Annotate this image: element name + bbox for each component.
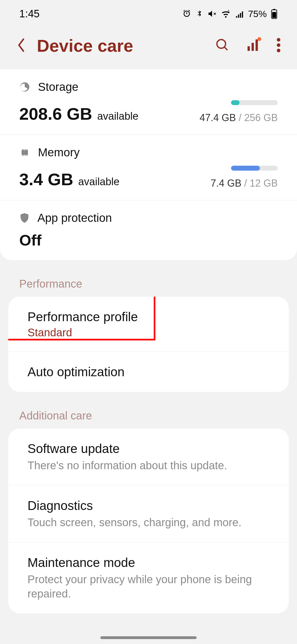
more-options-button[interactable] [277, 38, 280, 53]
section-header-performance: Performance [0, 271, 297, 297]
svg-rect-2 [272, 12, 276, 18]
status-bar: 1:45 6 75% [0, 0, 297, 28]
section-header-additional-care: Additional care [0, 403, 297, 429]
back-button[interactable] [16, 38, 26, 54]
wifi-icon: 6 [221, 9, 231, 18]
software-update-desc: There's no information about this update… [28, 458, 270, 473]
svg-point-9 [277, 38, 280, 42]
signal-chart-button[interactable] [246, 38, 260, 53]
storage-suffix: available [97, 110, 138, 122]
notification-dot-icon [257, 37, 261, 41]
storage-icon [19, 81, 30, 92]
maintenance-mode-title: Maintenance mode [28, 555, 270, 570]
svg-point-10 [277, 43, 280, 47]
alarm-icon [182, 9, 191, 18]
mute-icon [207, 9, 217, 18]
software-update-item[interactable]: Software update There's no information a… [8, 429, 289, 485]
app-protection-row[interactable]: App protection Off [0, 200, 297, 260]
battery-percent: 75% [248, 9, 267, 19]
search-button[interactable] [215, 38, 230, 54]
svg-rect-12 [21, 150, 28, 155]
storage-value: 208.6 GB [19, 104, 92, 124]
bluetooth-icon [195, 9, 204, 18]
highlight-annotation [8, 297, 155, 340]
svg-line-5 [224, 47, 227, 50]
app-header: Device care [0, 28, 297, 69]
memory-icon [19, 147, 30, 158]
storage-usage: 47.4 GB / 256 GB [200, 112, 278, 124]
auto-optimization-item[interactable]: Auto optimization [8, 352, 289, 392]
storage-progress [231, 100, 278, 105]
svg-rect-3 [273, 9, 275, 10]
storage-progress-fill [231, 100, 240, 105]
more-vert-icon [277, 38, 280, 52]
device-status-card: Storage 208.6 GB available 47.4 GB / 256… [0, 69, 297, 260]
memory-row[interactable]: Memory 3.4 GB available 7.4 GB / 12 GB [0, 135, 297, 200]
signal-icon [235, 9, 244, 18]
diagnostics-item[interactable]: Diagnostics Touch screen, sensors, charg… [8, 485, 289, 542]
auto-optimization-title: Auto optimization [28, 364, 270, 379]
shield-icon [19, 212, 30, 224]
additional-care-card: Software update There's no information a… [8, 429, 289, 613]
memory-label: Memory [38, 146, 80, 159]
memory-value: 3.4 GB [19, 170, 73, 189]
storage-row[interactable]: Storage 208.6 GB available 47.4 GB / 256… [0, 69, 297, 135]
svg-text:6: 6 [228, 9, 229, 13]
search-icon [215, 38, 230, 53]
memory-progress-fill [231, 166, 260, 171]
status-time: 1:45 [19, 8, 40, 20]
battery-icon [271, 9, 278, 19]
storage-label: Storage [38, 80, 78, 94]
memory-usage: 7.4 GB / 12 GB [211, 178, 278, 189]
svg-point-4 [217, 40, 226, 48]
page-title: Device care [37, 36, 215, 56]
performance-card: Performance profile Standard Auto optimi… [8, 297, 289, 392]
diagnostics-title: Diagnostics [28, 498, 270, 513]
memory-suffix: available [78, 176, 119, 188]
svg-rect-6 [248, 46, 250, 51]
memory-progress [231, 166, 278, 171]
svg-rect-7 [252, 43, 254, 51]
status-icons: 6 75% [182, 9, 278, 19]
gesture-bar[interactable] [100, 636, 197, 639]
maintenance-mode-desc: Protect your privacy while your phone is… [28, 572, 270, 601]
software-update-title: Software update [28, 441, 270, 456]
app-protection-label: App protection [37, 211, 112, 225]
app-protection-status: Off [19, 231, 278, 249]
svg-point-11 [277, 49, 280, 52]
svg-rect-8 [255, 39, 258, 51]
maintenance-mode-item[interactable]: Maintenance mode Protect your privacy wh… [8, 542, 289, 613]
diagnostics-desc: Touch screen, sensors, charging, and mor… [28, 515, 270, 530]
